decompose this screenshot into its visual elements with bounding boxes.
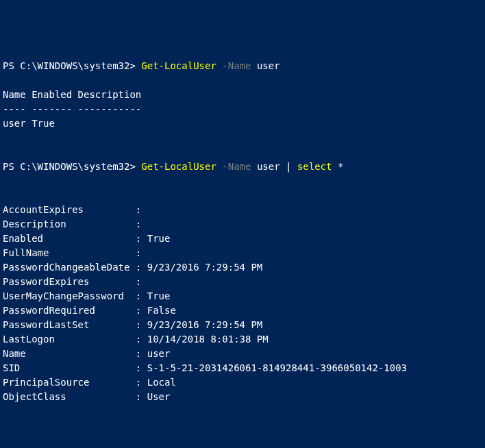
prompt-prefix: PS C:\WINDOWS\system32> (3, 161, 141, 172)
cmdlet-select: select (297, 161, 338, 172)
prop-fullname: FullName : (3, 247, 141, 258)
prop-object-class: ObjectClass : User (3, 391, 170, 402)
prop-last-logon: LastLogon : 10/14/2018 8:01:38 PM (3, 334, 269, 345)
table-header: Name Enabled Description (3, 89, 141, 100)
prop-password-changeable-date: PasswordChangeableDate : 9/23/2016 7:29:… (3, 262, 262, 273)
prop-name: Name : user (3, 348, 170, 359)
table-divider: ---- ------- ----------- (3, 103, 141, 114)
prompt-prefix: PS C:\WINDOWS\system32> (3, 60, 141, 71)
wildcard: * (338, 161, 343, 172)
prompt-line-1: PS C:\WINDOWS\system32> Get-LocalUser -N… (3, 60, 280, 71)
prop-principal-source: PrincipalSource : Local (3, 377, 176, 388)
prompt-line-2: PS C:\WINDOWS\system32> Get-LocalUser -N… (3, 161, 343, 172)
arg-user: user (251, 60, 279, 71)
table-row: user True (3, 118, 55, 129)
cmdlet-get-localuser: Get-LocalUser (141, 60, 216, 71)
powershell-terminal[interactable]: PS C:\WINDOWS\system32> Get-LocalUser -N… (0, 58, 485, 448)
param-name: -Name (216, 161, 251, 172)
prop-user-may-change-password: UserMayChangePassword : True (3, 290, 170, 301)
param-name: -Name (216, 60, 251, 71)
prop-password-required: PasswordRequired : False (3, 305, 176, 316)
prop-enabled: Enabled : True (3, 233, 170, 244)
cmdlet-get-localuser: Get-LocalUser (141, 161, 216, 172)
prop-password-last-set: PasswordLastSet : 9/23/2016 7:29:54 PM (3, 319, 262, 330)
prop-sid: SID : S-1-5-21-2031426061-814928441-3966… (3, 362, 407, 373)
prop-password-expires: PasswordExpires : (3, 276, 141, 287)
prop-account-expires: AccountExpires : (3, 204, 141, 215)
pipe-operator: | (286, 161, 297, 172)
arg-user: user (251, 161, 286, 172)
prop-description: Description : (3, 219, 141, 229)
